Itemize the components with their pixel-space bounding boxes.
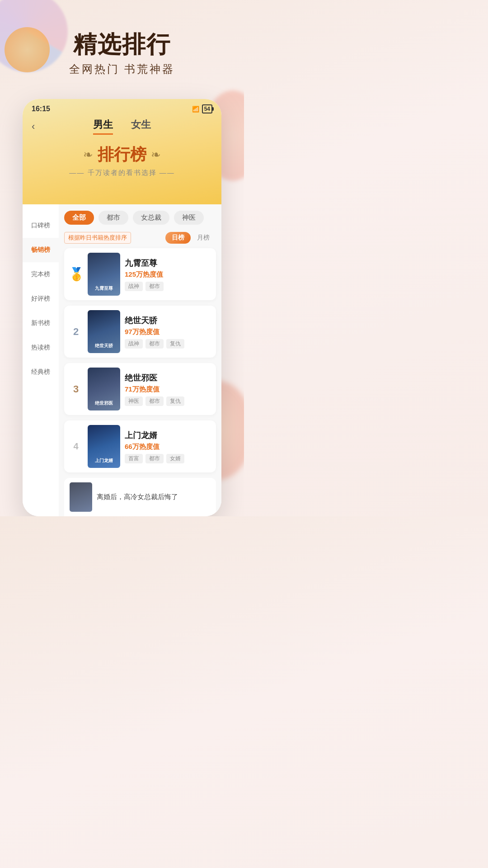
book-heat-3: 71万热度值	[125, 385, 211, 394]
book-info-4: 上门龙婿 66万热度值 首富 都市 女婿	[125, 430, 211, 463]
ranking-hero: ❧ 排行榜 ❧ 千万读者的看书选择	[23, 139, 221, 186]
tag-nvxu-4: 女婿	[166, 454, 184, 463]
sidebar: 口碑榜 畅销榜 完本榜 好评榜 新书榜 热读榜 经典榜	[23, 204, 59, 516]
book-title-4: 上门龙婿	[125, 430, 211, 441]
chip-dushi[interactable]: 都市	[99, 211, 128, 225]
book-cover-image-1: 九霄至尊	[88, 253, 120, 296]
ranking-title-row: ❧ 排行榜 ❧	[23, 144, 221, 166]
book-tags-3: 神医 都市 复仇	[125, 396, 211, 406]
rank-number-2: 2	[69, 326, 83, 338]
book-heat-4: 66万热度值	[125, 443, 211, 451]
tag-fuchou-2: 复仇	[166, 339, 184, 349]
book-heat-2: 97万热度值	[125, 328, 211, 336]
hero-subtitle: 全网热门 书荒神器	[9, 62, 235, 76]
preview-item[interactable]: 离婚后，高冷女总裁后悔了	[64, 478, 216, 516]
book-heat-1: 125万热度值	[125, 270, 211, 279]
laurel-right-icon: ❧	[151, 148, 161, 162]
sort-row: 根据昨日书籍热度排序 日榜 月榜	[59, 229, 221, 248]
rank-gold-icon: 🥇	[69, 267, 83, 282]
book-item-2[interactable]: 2 绝世天骄 绝世天骄 97万热度值 战神 都市 复仇	[64, 306, 216, 358]
ranking-title: 排行榜	[98, 144, 146, 166]
status-bar: 16:15 📶 54	[23, 99, 221, 113]
battery-icon: 54	[202, 104, 212, 113]
book-info-2: 绝世天骄 97万热度值 战神 都市 复仇	[125, 315, 211, 349]
rank-badge-1: 🥇	[69, 267, 83, 282]
tag-dushi-4: 都市	[145, 454, 164, 463]
phone-header-background: 16:15 📶 54 ‹ 男生 女生 ❧ 排行榜 ❧ 千万读者的看书选择	[23, 99, 221, 204]
phone-mockup: 16:15 📶 54 ‹ 男生 女生 ❧ 排行榜 ❧ 千万读者的看书选择	[23, 99, 221, 516]
book-cover-2: 绝世天骄	[88, 310, 120, 353]
phone-content: 口碑榜 畅销榜 完本榜 好评榜 新书榜 热读榜 经典榜	[23, 204, 221, 516]
status-time: 16:15	[32, 105, 50, 113]
chip-nvzongcai[interactable]: 女总裁	[133, 211, 169, 225]
tag-dushi-2: 都市	[145, 339, 164, 349]
book-cover-image-4: 上门龙婿	[88, 425, 120, 468]
book-info-3: 绝世邪医 71万热度值 神医 都市 复仇	[125, 373, 211, 406]
book-title-2: 绝世天骄	[125, 315, 211, 326]
rank-number-3: 3	[69, 383, 83, 395]
preview-book-cover	[70, 482, 92, 512]
sidebar-item-xinshu[interactable]: 新书榜	[23, 311, 59, 335]
sidebar-item-redu[interactable]: 热读榜	[23, 335, 59, 360]
nav-tabs: 男生 女生	[93, 118, 151, 135]
book-title-3: 绝世邪医	[125, 373, 211, 383]
status-icons: 📶 54	[192, 104, 212, 113]
chip-all[interactable]: 全部	[64, 211, 94, 225]
book-tags-4: 首富 都市 女婿	[125, 454, 211, 463]
preview-book-text: 离婚后，高冷女总裁后悔了	[97, 493, 178, 501]
month-toggle-button[interactable]: 月榜	[191, 232, 216, 244]
book-tags-1: 战神 都市	[125, 282, 211, 291]
tag-dushi-3: 都市	[145, 396, 164, 406]
sidebar-item-changxiaobang[interactable]: 畅销榜	[23, 238, 59, 262]
rank-badge-3: 3	[69, 383, 83, 395]
day-toggle-button[interactable]: 日榜	[165, 232, 191, 244]
book-info-1: 九霄至尊 125万热度值 战神 都市	[125, 258, 211, 291]
book-item-4[interactable]: 4 上门龙婿 上门龙婿 66万热度值 首富 都市 女婿	[64, 420, 216, 472]
book-title-1: 九霄至尊	[125, 258, 211, 269]
book-cover-image-2: 绝世天骄	[88, 310, 120, 353]
book-item-3[interactable]: 3 绝世邪医 绝世邪医 71万热度值 神医 都市 复仇	[64, 363, 216, 415]
tag-fuchou-3: 复仇	[166, 396, 184, 406]
hero-section: 精选排行 全网热门 书荒神器	[0, 0, 244, 90]
nav-bar: ‹ 男生 女生	[23, 113, 221, 139]
day-month-toggle: 日榜 月榜	[165, 232, 216, 244]
filter-row: 全部 都市 女总裁 神医	[59, 204, 221, 229]
sort-hint: 根据昨日书籍热度排序	[64, 232, 131, 244]
sidebar-item-haopingbang[interactable]: 好评榜	[23, 287, 59, 311]
book-cover-3: 绝世邪医	[88, 368, 120, 410]
book-tags-2: 战神 都市 复仇	[125, 339, 211, 349]
book-cover-1: 九霄至尊	[88, 253, 120, 296]
tag-zhanshen-1: 战神	[125, 282, 143, 291]
tag-shoufu-4: 首富	[125, 454, 143, 463]
book-item-1[interactable]: 🥇 九霄至尊 九霄至尊 125万热度值 战神 都市	[64, 248, 216, 300]
tab-female[interactable]: 女生	[131, 118, 151, 135]
chip-shenyi[interactable]: 神医	[174, 211, 204, 225]
laurel-left-icon: ❧	[83, 148, 93, 162]
sidebar-item-jingdian[interactable]: 经典榜	[23, 360, 59, 384]
back-button[interactable]: ‹	[32, 121, 35, 132]
hero-title: 精选排行	[9, 32, 235, 57]
tag-dushi-1: 都市	[145, 282, 164, 291]
tab-male[interactable]: 男生	[93, 118, 113, 135]
ranking-subtitle: 千万读者的看书选择	[23, 169, 221, 177]
book-cover-image-3: 绝世邪医	[88, 368, 120, 410]
tag-shenyi-3: 神医	[125, 396, 143, 406]
tag-zhanshen-2: 战神	[125, 339, 143, 349]
sidebar-item-wanben[interactable]: 完本榜	[23, 262, 59, 287]
main-content: 全部 都市 女总裁 神医 根据昨日书籍热度排序 日榜 月榜	[59, 204, 221, 516]
rank-badge-2: 2	[69, 326, 83, 338]
book-list: 🥇 九霄至尊 九霄至尊 125万热度值 战神 都市	[59, 248, 221, 472]
wifi-icon: 📶	[192, 106, 199, 113]
rank-number-4: 4	[69, 441, 83, 452]
rank-badge-4: 4	[69, 441, 83, 452]
book-cover-4: 上门龙婿	[88, 425, 120, 468]
sidebar-item-koubeibang[interactable]: 口碑榜	[23, 213, 59, 238]
